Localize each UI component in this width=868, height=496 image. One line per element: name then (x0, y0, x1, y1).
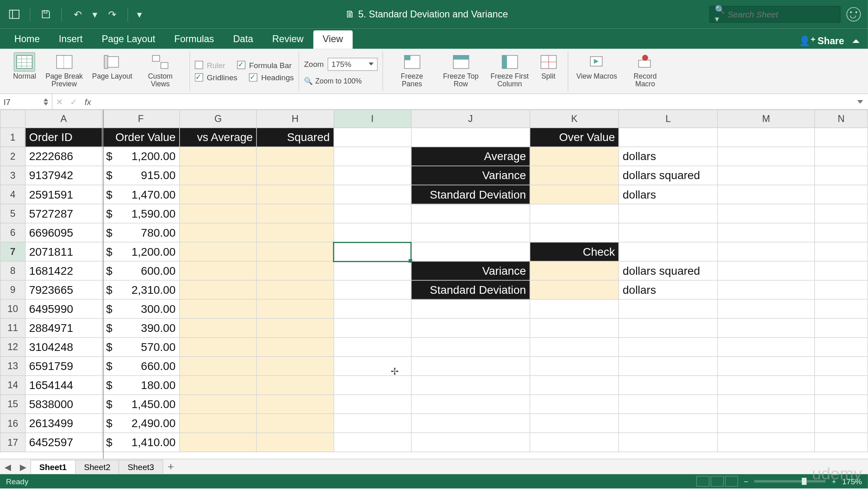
cell-L10[interactable] (619, 299, 717, 319)
zoom-out-button[interactable]: − (744, 477, 748, 486)
cell-H2[interactable] (257, 147, 334, 166)
cell-G6[interactable] (180, 223, 257, 242)
cell-J9[interactable]: Standard Deviation (411, 280, 530, 299)
fx-label[interactable]: fx (81, 97, 95, 107)
cell-J8[interactable]: Variance (411, 261, 530, 280)
cell-H11[interactable] (257, 319, 334, 338)
cell-H7[interactable] (257, 242, 334, 261)
cell-K2[interactable] (530, 147, 619, 166)
cell-N17[interactable] (815, 433, 868, 452)
cell-A14[interactable]: 1654144 (25, 376, 102, 395)
cell-A11[interactable]: 2884971 (25, 319, 102, 338)
cell-G12[interactable] (180, 338, 257, 357)
cell-A10[interactable]: 6495990 (25, 299, 102, 319)
cell-M9[interactable] (717, 280, 815, 299)
cell-G13[interactable] (180, 357, 257, 376)
cell-G9[interactable] (180, 280, 257, 299)
freeze-firstcol-button[interactable]: Freeze First Column (485, 52, 534, 88)
cell-M6[interactable] (717, 223, 815, 242)
cell-N9[interactable] (815, 280, 868, 299)
name-box[interactable]: I7 (0, 94, 52, 109)
row-header-17[interactable]: 17 (0, 433, 25, 452)
cell-G2[interactable] (180, 147, 257, 166)
cell-N3[interactable] (815, 166, 868, 185)
cell-F4[interactable]: $1,470.00 (102, 185, 180, 204)
cell-K11[interactable] (530, 319, 619, 338)
cell-L1[interactable] (619, 128, 717, 147)
cell-H14[interactable] (257, 376, 334, 395)
cell-J13[interactable] (411, 357, 530, 376)
view-mode-buttons[interactable] (696, 476, 738, 487)
tab-formulas[interactable]: Formulas (165, 30, 224, 49)
cell-J12[interactable] (411, 338, 530, 357)
cell-G3[interactable] (180, 166, 257, 185)
cell-H1[interactable]: Squared (257, 128, 334, 147)
col-header-N[interactable]: N (815, 110, 868, 128)
cell-H16[interactable] (257, 414, 334, 433)
tab-review[interactable]: Review (263, 30, 313, 49)
cell-F6[interactable]: $780.00 (102, 223, 180, 242)
col-header-F[interactable]: F (102, 110, 180, 128)
cell-L17[interactable] (619, 433, 717, 452)
cell-G11[interactable] (180, 319, 257, 338)
cell-I17[interactable] (334, 433, 411, 452)
cell-A2[interactable]: 2222686 (25, 147, 102, 166)
freeze-panes-button[interactable]: Freeze Panes (387, 52, 436, 88)
cell-A6[interactable]: 6696095 (25, 223, 102, 242)
cell-K12[interactable] (530, 338, 619, 357)
split-button[interactable]: Split (534, 52, 563, 80)
qa-more-icon[interactable]: ▾ (135, 6, 144, 23)
redo-icon[interactable]: ↷ (104, 6, 120, 23)
save-icon[interactable] (38, 6, 54, 23)
tab-insert[interactable]: Insert (49, 30, 92, 49)
cell-N13[interactable] (815, 357, 868, 376)
row-header-15[interactable]: 15 (0, 395, 25, 414)
cell-I3[interactable] (334, 166, 411, 185)
cell-A1[interactable]: Order ID (25, 128, 102, 147)
search-input[interactable] (728, 10, 835, 19)
cell-G8[interactable] (180, 261, 257, 280)
cell-G4[interactable] (180, 185, 257, 204)
cell-F15[interactable]: $1,450.00 (102, 395, 180, 414)
cell-A9[interactable]: 7923665 (25, 280, 102, 299)
col-header-L[interactable]: L (619, 110, 717, 128)
cell-J16[interactable] (411, 414, 530, 433)
col-header-H[interactable]: H (257, 110, 334, 128)
pagebreak-view-icon[interactable] (725, 476, 738, 487)
cell-K9[interactable] (530, 280, 619, 299)
cell-M17[interactable] (717, 433, 815, 452)
zoom-in-button[interactable]: + (832, 477, 836, 486)
freeze-toprow-button[interactable]: Freeze Top Row (436, 52, 485, 88)
cell-J7[interactable] (411, 242, 530, 261)
cell-A7[interactable]: 2071811 (25, 242, 102, 261)
cell-L15[interactable] (619, 395, 717, 414)
cell-A8[interactable]: 1681422 (25, 261, 102, 280)
cell-H10[interactable] (257, 299, 334, 319)
share-button[interactable]: 👤⁺Share (799, 35, 844, 47)
collapse-ribbon-icon[interactable] (853, 39, 860, 43)
cell-I5[interactable] (334, 204, 411, 223)
cell-M10[interactable] (717, 299, 815, 319)
cell-J15[interactable] (411, 395, 530, 414)
cell-N4[interactable] (815, 185, 868, 204)
cell-M14[interactable] (717, 376, 815, 395)
view-normal-button[interactable]: Normal (10, 52, 40, 80)
cell-M15[interactable] (717, 395, 815, 414)
cell-K7[interactable]: Check (530, 242, 619, 261)
cell-J1[interactable] (411, 128, 530, 147)
cell-I4[interactable] (334, 185, 411, 204)
zoom-slider[interactable] (754, 480, 825, 483)
expand-formula-icon[interactable] (857, 100, 863, 103)
tab-data[interactable]: Data (224, 30, 263, 49)
cell-I14[interactable] (334, 376, 411, 395)
cell-I9[interactable] (334, 280, 411, 299)
cell-H4[interactable] (257, 185, 334, 204)
cell-J14[interactable] (411, 376, 530, 395)
row-header-13[interactable]: 13 (0, 357, 25, 376)
cell-L2[interactable]: dollars (619, 147, 717, 166)
cell-G16[interactable] (180, 414, 257, 433)
gridlines-checkbox[interactable]: Gridlines (195, 73, 237, 82)
cell-M11[interactable] (717, 319, 815, 338)
cell-A17[interactable]: 6452597 (25, 433, 102, 452)
cell-L5[interactable] (619, 204, 717, 223)
